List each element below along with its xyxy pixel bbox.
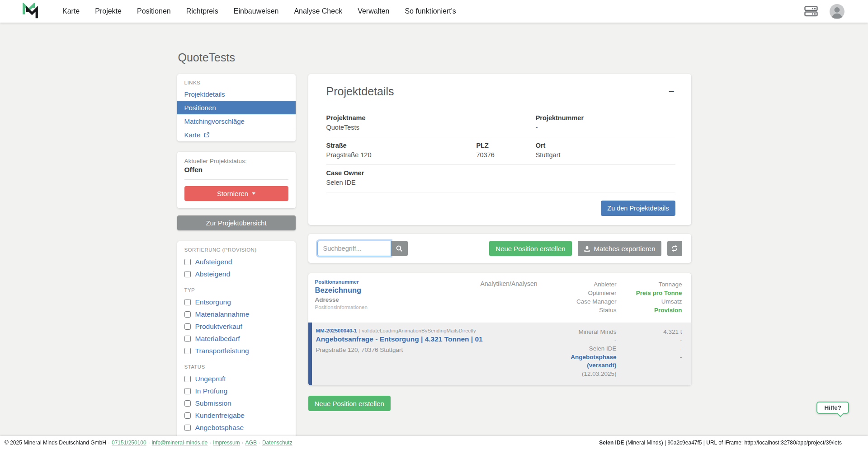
checkbox[interactable]	[184, 376, 191, 382]
nav-item-verwalten[interactable]: Verwalten	[358, 0, 389, 23]
export-button-label: Matches exportieren	[594, 245, 656, 253]
field-value-projektnummer: -	[536, 124, 675, 131]
field-value-case-owner: Selen IDE	[326, 179, 675, 186]
filter-option-ungeprueft[interactable]: Ungeprüft	[184, 373, 288, 385]
help-button[interactable]: Hilfe?	[816, 402, 849, 414]
footer-agb-link[interactable]: AGB	[245, 440, 257, 446]
filter-option-absteigend[interactable]: Absteigend	[184, 268, 288, 280]
refresh-button[interactable]	[667, 241, 682, 256]
links-section-header: LINKS	[177, 74, 296, 88]
project-overview-button[interactable]: Zur Projektübersicht	[177, 215, 296, 230]
nav-item-karte[interactable]: Karte	[62, 0, 80, 23]
sidebar-item-label: Karte	[184, 131, 201, 139]
position-name-link[interactable]: Angebotsanfrage - Entsorgung | 4.321 Ton…	[316, 335, 538, 343]
checkbox[interactable]	[184, 425, 191, 431]
nav-item-einbauweisen[interactable]: Einbauweisen	[234, 0, 279, 23]
checkbox[interactable]	[184, 259, 191, 265]
position-number[interactable]: MM-202500040-1	[316, 328, 357, 333]
cancel-project-button[interactable]: Stornieren	[184, 186, 288, 201]
filter-option-materialbedarf[interactable]: Materialbedarf	[184, 332, 288, 345]
search-input[interactable]	[317, 241, 391, 256]
checkbox[interactable]	[184, 323, 191, 330]
search-button[interactable]	[391, 241, 408, 256]
checkbox[interactable]	[184, 400, 191, 407]
collapse-card-button[interactable]: −	[668, 85, 675, 98]
status-value: Offen	[184, 166, 288, 174]
status-label: Aktueller Projektstatus:	[184, 158, 288, 164]
filter-section-header: SORTIERUNG (PROVISION)	[184, 247, 288, 253]
field-value-ort: Stuttgart	[536, 151, 675, 159]
sidebar-item-projektdetails[interactable]: Projektdetails	[177, 88, 296, 101]
row-anbieter: Mineral Minds	[538, 328, 617, 337]
go-to-project-details-button[interactable]: Zu den Projektdetails	[601, 201, 675, 216]
filter-option-submission[interactable]: Submission	[184, 397, 288, 409]
filter-option-angebotsphase[interactable]: Angebotsphase	[184, 421, 288, 434]
filter-option-transportleistung[interactable]: Transportleistung	[184, 345, 288, 357]
mineral-minds-logo[interactable]	[22, 3, 39, 20]
refresh-icon	[671, 245, 678, 252]
field-label-case-owner: Case Owner	[326, 169, 675, 177]
row-preis: -	[617, 337, 682, 345]
field-label-strasse: Straße	[326, 142, 476, 149]
header-anbieter: Anbieter	[538, 280, 617, 289]
filter-option-label: Entsorgung	[195, 298, 231, 306]
nav-item-analyse-check[interactable]: Analyse Check	[294, 0, 342, 23]
sidebar-item-positionen[interactable]: Positionen	[177, 101, 296, 114]
filter-option-label: In Prüfung	[195, 387, 228, 395]
filter-section-header: STATUS	[184, 364, 288, 369]
export-matches-button[interactable]: Matches exportieren	[578, 241, 661, 256]
footer-separator: ·	[108, 440, 110, 446]
caret-down-icon	[252, 192, 255, 195]
footer-impressum-link[interactable]: Impressum	[213, 440, 240, 446]
sidebar-links-card: LINKS Projektdetails Positionen Matching…	[177, 74, 296, 141]
filter-option-produktverkauf[interactable]: Produktverkauf	[184, 320, 288, 332]
sidebar-item-matchingvorschlaege[interactable]: Matchingvorschläge	[177, 114, 296, 128]
sidebar-item-karte[interactable]: Karte	[177, 128, 296, 141]
checkbox[interactable]	[184, 299, 191, 305]
filter-option-label: Aufsteigend	[195, 258, 232, 266]
header-provision: Provision	[617, 306, 682, 314]
header-bezeichnung[interactable]: Bezeichnung	[315, 286, 447, 295]
checkbox[interactable]	[184, 311, 191, 318]
checkbox[interactable]	[184, 271, 191, 277]
filter-option-materialannahme[interactable]: Materialannahme	[184, 308, 288, 320]
checkbox[interactable]	[184, 336, 191, 342]
field-value-strasse: Pragstraße 120	[326, 151, 476, 159]
filter-option-label: Ungeprüft	[195, 375, 226, 383]
nav-item-positionen[interactable]: Positionen	[137, 0, 171, 23]
server-list-icon[interactable]	[804, 6, 818, 17]
footer-copyright: © 2025 Mineral Minds Deutschland GmbH	[5, 440, 106, 446]
filter-option-label: Produktverkauf	[195, 323, 242, 331]
top-navbar: Karte Projekte Positionen Richtpreis Ein…	[0, 0, 868, 23]
nav-item-so-funktionierts[interactable]: So funktioniert's	[405, 0, 456, 23]
footer-email-link[interactable]: info@mineral-minds.de	[152, 440, 208, 446]
search-toolbar-card: Neue Position erstellen Matches exportie…	[308, 234, 691, 263]
filter-option-entsorgung[interactable]: Entsorgung	[184, 296, 288, 308]
filter-option-in-pruefung[interactable]: In Prüfung	[184, 385, 288, 397]
footer-session-info: Selen IDE (Mineral Minds) | 90a2c9ea47f5…	[599, 440, 842, 446]
filter-option-kundenfreigabe[interactable]: Kundenfreigabe	[184, 409, 288, 421]
checkbox[interactable]	[184, 388, 191, 394]
nav-item-richtpreis[interactable]: Richtpreis	[186, 0, 218, 23]
nav-item-projekte[interactable]: Projekte	[95, 0, 122, 23]
header-adresse: Adresse	[315, 296, 447, 303]
divider	[184, 179, 288, 180]
row-optimierer: -	[538, 337, 617, 345]
footer-phone-link[interactable]: 07151/250100	[112, 440, 146, 446]
user-avatar-icon[interactable]	[830, 4, 844, 19]
checkbox[interactable]	[184, 412, 191, 419]
header-optimierer: Optimierer	[538, 289, 617, 297]
sidebar-item-label: Positionen	[184, 104, 216, 112]
header-analytiken: Analytiken/Analysen	[447, 279, 538, 314]
new-position-button[interactable]: Neue Position erstellen	[489, 241, 571, 256]
header-preis-pro-tonne: Preis pro Tonne	[617, 289, 682, 297]
filter-option-label: Kundenfreigabe	[195, 412, 245, 420]
header-case-manager: Case Manager	[538, 297, 617, 306]
header-status: Status	[538, 306, 617, 314]
filter-option-aufsteigend[interactable]: Aufsteigend	[184, 256, 288, 268]
new-position-bottom-button[interactable]: Neue Position erstellen	[308, 396, 391, 411]
field-label-projektnummer: Projektnummer	[536, 114, 675, 122]
footer-datenschutz-link[interactable]: Datenschutz	[262, 440, 292, 446]
checkbox[interactable]	[184, 348, 191, 354]
position-row[interactable]: MM-202500040-1|validateLoadingAnimationB…	[308, 323, 691, 385]
